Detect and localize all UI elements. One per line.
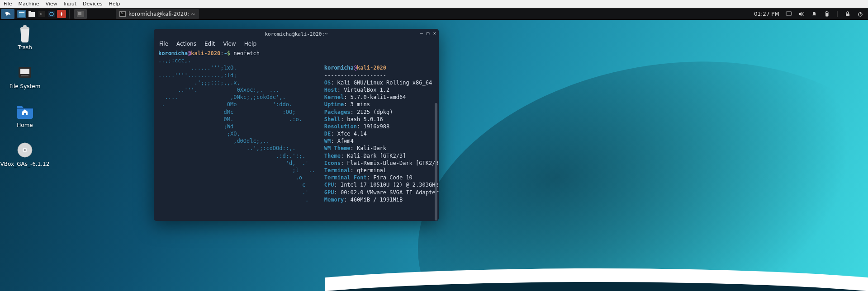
desktop-home[interactable]: Home	[5, 102, 45, 128]
terminal-title: koromicha@kali-2020:~	[265, 31, 327, 37]
vbox-menu-input[interactable]: Input	[64, 1, 76, 7]
volume-tray-icon[interactable]	[798, 11, 805, 17]
desktop-icon-label: Home	[17, 122, 33, 128]
metasploit-launcher[interactable]	[57, 10, 66, 18]
terminal-scrollbar[interactable]	[435, 103, 437, 221]
term-menu-file[interactable]: File	[159, 41, 168, 47]
term-menu-help[interactable]: Help	[244, 41, 256, 47]
display-tray-icon[interactable]	[786, 11, 792, 17]
desktop-vbox-ga[interactable]: VBox_GAs_-6.1.12	[5, 141, 45, 167]
neofetch-ascii: ..,;:ccc,. ......''';lxO. .....''''.....…	[158, 57, 315, 221]
svg-rect-15	[846, 14, 849, 16]
svg-rect-1	[19, 12, 24, 13]
wallpaper-swoop	[325, 210, 868, 291]
svg-point-26	[24, 149, 26, 151]
desktop-icon-label: VBox_GAs_-6.1.12	[0, 161, 50, 167]
svg-rect-9	[78, 12, 81, 15]
taskbar-terminal-window[interactable]: koromicha@kali-2020: ~	[116, 9, 199, 19]
vbox-menu-help[interactable]: Help	[109, 1, 120, 7]
kali-menu-launcher[interactable]	[1, 9, 14, 19]
svg-text:>: >	[39, 12, 43, 16]
desktop-filesystem[interactable]: File System	[5, 63, 45, 89]
vbox-menu-view[interactable]: View	[45, 1, 57, 7]
svg-rect-11	[788, 16, 790, 16]
workspace-1[interactable]	[74, 9, 87, 19]
desktop-icon-label: File System	[9, 83, 41, 89]
optical-disc-icon	[16, 141, 34, 159]
vbox-host-menubar: File Machine View Input Devices Help	[0, 0, 868, 8]
svg-rect-3	[28, 11, 31, 13]
desktop-icons-container: Trash File System Home VBox_GAs_-6.1.12	[5, 24, 45, 167]
kali-top-panel: > koromicha@kali-2020: ~ 01:27 PM |	[0, 8, 868, 20]
trash-icon	[16, 24, 34, 42]
filesystem-icon	[16, 63, 34, 81]
power-tray-icon[interactable]	[857, 11, 863, 17]
file-manager-launcher[interactable]	[27, 10, 36, 18]
battery-tray-icon[interactable]	[824, 11, 830, 17]
kali-dragon-icon	[4, 10, 11, 18]
svg-rect-21	[20, 69, 29, 74]
svg-rect-10	[786, 12, 792, 15]
terminal-body[interactable]: koromicha@kali-2020:~$ neofetch ..,;:ccc…	[154, 49, 439, 221]
notifications-tray-icon[interactable]	[811, 11, 817, 17]
desktop-icon-label: Trash	[18, 44, 32, 51]
panel-clock[interactable]: 01:27 PM	[754, 11, 779, 17]
svg-rect-2	[28, 12, 35, 17]
home-folder-icon	[16, 102, 34, 120]
terminal-menubar: File Actions Edit View Help	[154, 39, 439, 49]
term-menu-edit[interactable]: Edit	[204, 41, 215, 47]
prompt-line-1: koromicha@kali-2020:~$ neofetch	[158, 50, 434, 57]
lock-tray-icon[interactable]	[844, 11, 851, 17]
window-maximize-button[interactable]: ▢	[427, 30, 430, 36]
window-minimize-button[interactable]: —	[420, 30, 423, 36]
term-menu-actions[interactable]: Actions	[176, 41, 196, 47]
neofetch-info: koromicha@kali-2020 ------------------- …	[324, 57, 439, 221]
desktop-trash[interactable]: Trash	[5, 24, 45, 51]
vbox-menu-machine[interactable]: Machine	[18, 1, 39, 7]
browser-launcher[interactable]	[47, 10, 56, 18]
vbox-menu-devices[interactable]: Devices	[83, 1, 102, 7]
terminal-window: koromicha@kali-2020:~ — ▢ ✕ File Actions…	[154, 29, 439, 221]
term-menu-view[interactable]: View	[223, 41, 236, 47]
svg-rect-14	[826, 11, 827, 12]
show-desktop-icon[interactable]	[17, 10, 26, 18]
svg-rect-22	[21, 75, 28, 76]
svg-rect-19	[23, 25, 27, 27]
terminal-launcher[interactable]: >	[37, 10, 46, 18]
vbox-menu-file[interactable]: File	[4, 1, 12, 7]
terminal-icon	[119, 11, 126, 17]
desktop[interactable]: Trash File System Home VBox_GAs_-6.1.12 …	[0, 20, 868, 291]
svg-rect-13	[826, 13, 828, 16]
terminal-titlebar[interactable]: koromicha@kali-2020:~ — ▢ ✕	[154, 29, 439, 39]
window-close-button[interactable]: ✕	[433, 30, 436, 36]
taskbar-window-title: koromicha@kali-2020: ~	[128, 11, 195, 17]
